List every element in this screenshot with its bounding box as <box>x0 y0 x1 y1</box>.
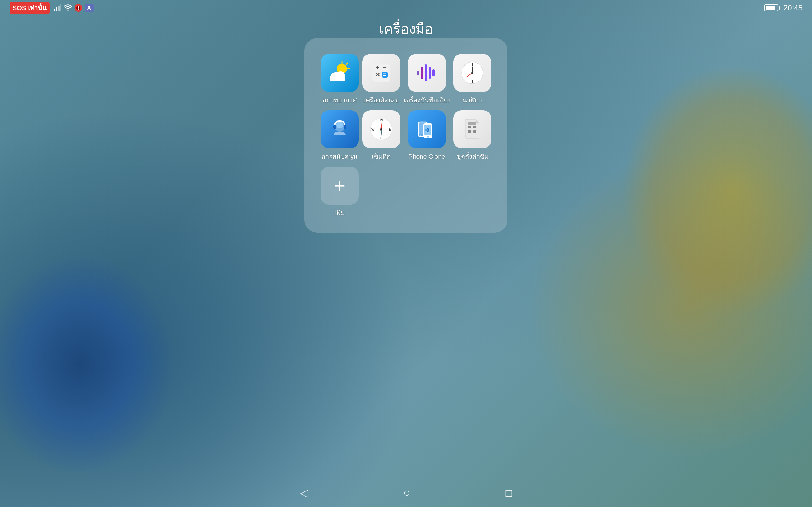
svg-text:S: S <box>380 136 383 140</box>
svg-rect-28 <box>432 69 435 76</box>
svg-rect-55 <box>468 126 471 128</box>
app-item-weather[interactable]: สภาพอากาศ <box>320 54 359 104</box>
nav-back-button[interactable]: ◁ <box>300 487 308 499</box>
support-label: การสนับสนุน <box>322 153 357 160</box>
app-item-recorder[interactable]: เครื่องบันทึกเสียง <box>404 54 450 104</box>
svg-rect-14 <box>330 76 345 81</box>
svg-rect-58 <box>473 130 476 133</box>
svg-rect-24 <box>417 71 419 75</box>
svg-point-4 <box>67 9 68 11</box>
time-display: 20:45 <box>783 3 803 12</box>
page-title: เครื่องมือ <box>0 17 812 40</box>
svg-line-9 <box>346 63 348 64</box>
phoneclone-label: Phone Clone <box>409 153 445 160</box>
phoneclone-icon <box>408 110 446 148</box>
svg-point-6 <box>78 9 79 9</box>
signal-icon <box>54 4 61 11</box>
svg-point-38 <box>336 121 343 128</box>
app-item-add[interactable]: + เพิ่ม <box>320 167 359 217</box>
compass-label: เข็มทิศ <box>372 153 391 160</box>
clock-icon <box>453 54 491 92</box>
svg-text:E: E <box>389 128 391 131</box>
svg-point-36 <box>471 72 473 74</box>
svg-rect-56 <box>473 126 476 128</box>
wifi-icon <box>64 4 72 11</box>
app-item-simtoolkit[interactable]: ชุดตั้งค่าซิม <box>453 110 492 160</box>
svg-text:N: N <box>380 118 383 122</box>
red-icon <box>74 4 82 12</box>
add-icon: + <box>321 167 359 205</box>
svg-rect-27 <box>428 67 431 79</box>
app-item-clock[interactable]: นาฬิกา <box>453 54 492 104</box>
svg-rect-59 <box>468 122 476 124</box>
svg-rect-3 <box>60 4 61 11</box>
svg-rect-40 <box>344 125 346 129</box>
svg-rect-26 <box>425 64 427 81</box>
svg-point-48 <box>380 128 382 130</box>
battery-icon <box>764 4 778 11</box>
nav-home-button[interactable]: ○ <box>403 486 410 499</box>
clock-label: นาฬิกา <box>462 96 482 104</box>
calculator-icon <box>362 54 400 92</box>
app-item-support[interactable]: การสนับสนุน <box>320 110 359 160</box>
add-label: เพิ่ม <box>334 209 345 217</box>
compass-icon: N S W E <box>362 110 400 148</box>
recorder-label: เครื่องบันทึกเสียง <box>404 96 450 104</box>
svg-rect-2 <box>58 6 60 11</box>
app-grid: สภาพอากาศ <box>320 54 492 217</box>
app-item-calculator[interactable]: เครื่องคิดเลข <box>362 54 400 104</box>
svg-rect-1 <box>56 7 57 11</box>
weather-icon <box>321 54 359 92</box>
support-icon <box>321 110 359 148</box>
app-item-compass[interactable]: N S W E เข็มทิศ <box>362 110 400 160</box>
svg-rect-21 <box>382 72 388 78</box>
simtoolkit-icon <box>453 110 491 148</box>
svg-point-53 <box>427 135 429 137</box>
svg-rect-0 <box>54 9 55 11</box>
status-right: 20:45 <box>764 3 803 12</box>
svg-text:W: W <box>371 128 374 131</box>
sos-badge: SOS เท่านั้น <box>9 2 50 14</box>
nav-bar: ◁ ○ □ <box>0 478 812 507</box>
status-left: SOS เท่านั้น <box>9 2 94 14</box>
status-bar: SOS เท่านั้น <box>0 0 812 16</box>
a-icon: A <box>85 4 94 12</box>
weather-label: สภาพอากาศ <box>322 96 357 104</box>
app-item-phoneclone[interactable]: Phone Clone <box>404 110 450 160</box>
svg-rect-25 <box>421 67 423 79</box>
svg-rect-39 <box>334 125 336 129</box>
recorder-icon <box>408 54 446 92</box>
svg-point-54 <box>420 135 421 136</box>
folder-container: สภาพอากาศ <box>305 38 507 233</box>
simtoolkit-label: ชุดตั้งค่าซิม <box>456 153 489 160</box>
nav-recent-button[interactable]: □ <box>506 487 512 499</box>
add-plus: + <box>334 176 345 196</box>
status-icons: A <box>54 4 94 12</box>
svg-rect-57 <box>468 130 471 133</box>
calculator-label: เครื่องคิดเลข <box>363 96 399 104</box>
